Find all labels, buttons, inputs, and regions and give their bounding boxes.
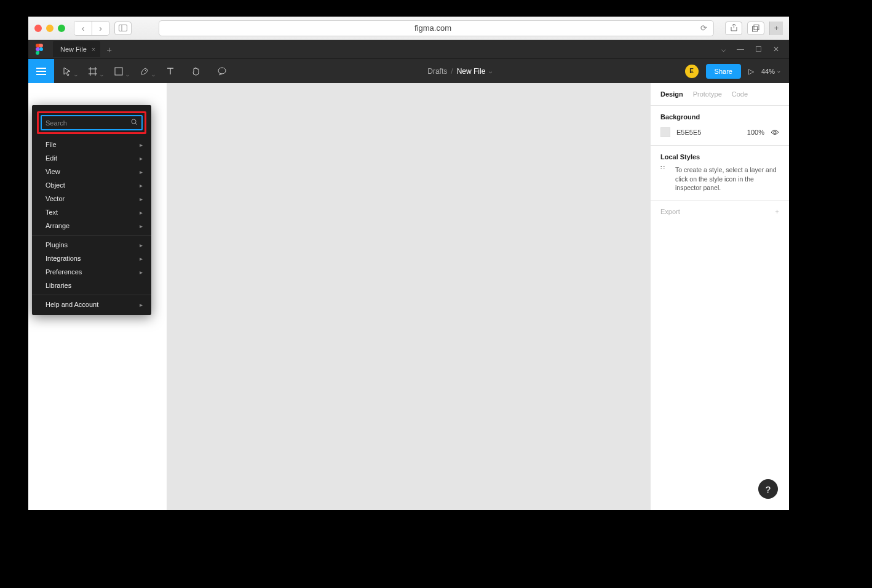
app-tabbar: New File × + ⌵ — ☐ ✕ [28,40,789,58]
hand-tool[interactable] [183,59,209,84]
inspector-tabs: Design Prototype Code [651,83,789,106]
shape-tool[interactable] [106,59,132,84]
menu-item-integrations[interactable]: Integrations▸ [32,252,151,265]
tabs-icon [752,25,759,32]
present-button[interactable]: ▷ [748,67,754,76]
canvas[interactable] [167,83,650,510]
url-bar[interactable]: figma.com ⟳ [159,20,714,36]
color-swatch[interactable] [660,127,670,137]
export-section[interactable]: Export + [651,201,789,223]
styles-icon: ∷ [660,165,669,193]
background-hex[interactable]: E5E5E5 [676,129,741,136]
help-button[interactable]: ? [758,479,778,499]
tab-code[interactable]: Code [732,90,748,98]
pen-tool[interactable] [132,59,157,84]
background-title: Background [660,113,779,121]
local-styles-title: Local Styles [651,146,789,165]
menu-item-libraries[interactable]: Libraries [32,279,151,292]
pen-icon [140,67,149,76]
chevron-right-icon: ▸ [140,223,143,229]
chevron-down-icon: ⌵ [489,68,492,74]
frame-tool[interactable] [80,59,106,84]
svg-point-7 [774,131,776,133]
menu-item-vector[interactable]: Vector▸ [32,192,151,205]
svg-line-9 [135,123,137,125]
rectangle-icon [114,67,123,76]
main-menu-button[interactable] [28,59,54,84]
close-tab-icon[interactable]: × [92,46,95,53]
zoom-dropdown[interactable]: 44% ⌵ [761,68,780,75]
figma-logo-icon[interactable] [31,40,48,58]
tab-prototype[interactable]: Prototype [693,90,722,98]
forward-button[interactable]: › [92,22,109,35]
chevron-right-icon: ▸ [140,155,143,162]
reload-icon[interactable]: ⟳ [700,23,707,33]
svg-point-6 [218,68,226,74]
text-tool[interactable] [157,59,183,84]
frame-icon [89,67,97,76]
svg-point-4 [39,47,43,51]
move-tool[interactable] [54,59,80,84]
export-label: Export [660,208,680,215]
menu-item-help-account[interactable]: Help and Account▸ [32,298,151,311]
share-button[interactable]: Share [706,64,741,79]
background-opacity[interactable]: 100% [747,129,764,136]
chevron-right-icon: ▸ [140,209,143,216]
inspector-panel: Design Prototype Code Background E5E5E5 … [650,83,789,510]
add-tab-button[interactable]: + [106,44,112,55]
file-tab[interactable]: New File × [53,41,100,57]
menu-item-file[interactable]: File▸ [32,138,151,151]
menu-item-plugins[interactable]: Plugins▸ [32,238,151,252]
chevron-right-icon: ▸ [140,141,143,148]
search-icon [131,119,138,127]
chevron-down-icon[interactable]: ⌵ [721,45,726,54]
main-menu-dropdown: File▸ Edit▸ View▸ Object▸ Vector▸ Text▸ … [32,105,151,315]
window-close-button[interactable]: ✕ [773,45,779,54]
close-window-button[interactable] [34,25,42,32]
tabs-overview-button[interactable] [747,22,764,35]
file-tab-label: New File [60,46,87,53]
local-styles-hint-text: To create a style, select a layer and cl… [675,165,779,193]
breadcrumb[interactable]: Drafts / New File ⌵ [235,67,685,76]
chevron-down-icon: ⌵ [777,68,780,74]
share-icon [731,24,737,32]
window-minimize-button[interactable]: — [737,45,744,54]
chevron-right-icon: ▸ [140,169,143,175]
visibility-toggle-icon[interactable] [771,127,779,138]
text-icon [166,67,175,76]
tab-design[interactable]: Design [660,90,683,98]
sidebar-toggle-button[interactable] [114,22,132,35]
menu-item-text[interactable]: Text▸ [32,205,151,219]
menu-item-preferences[interactable]: Preferences▸ [32,265,151,279]
fullscreen-window-button[interactable] [58,25,65,32]
window-controls: ⌵ — ☐ ✕ [721,45,789,54]
hand-icon [191,66,201,76]
zoom-value: 44% [761,68,775,75]
breadcrumb-separator: / [451,67,453,76]
add-export-icon[interactable]: + [775,208,779,215]
menu-item-edit[interactable]: Edit▸ [32,151,151,165]
chevron-right-icon: ▸ [140,196,143,202]
chevron-right-icon: ▸ [140,269,143,276]
svg-rect-2 [753,26,758,31]
app-toolbar: Drafts / New File ⌵ E Share ▷ 44% ⌵ [28,58,789,83]
menu-item-object[interactable]: Object▸ [32,178,151,192]
breadcrumb-file: New File [457,67,486,76]
menu-search[interactable] [41,115,143,130]
new-browser-tab-button[interactable]: + [769,22,783,35]
comment-tool[interactable] [209,59,235,84]
user-avatar[interactable]: E [685,65,699,78]
chevron-right-icon: ▸ [140,242,143,248]
window-maximize-button[interactable]: ☐ [755,45,762,54]
share-browser-button[interactable] [725,22,742,35]
menu-item-view[interactable]: View▸ [32,165,151,178]
menu-search-input[interactable] [46,119,131,127]
minimize-window-button[interactable] [46,25,54,32]
traffic-lights [34,25,65,32]
sidebar-icon [119,25,127,31]
svg-rect-5 [115,68,122,75]
chevron-right-icon: ▸ [140,301,143,308]
back-button[interactable]: ‹ [74,22,92,35]
menu-item-arrange[interactable]: Arrange▸ [32,219,151,232]
nav-buttons: ‹ › [74,21,109,36]
